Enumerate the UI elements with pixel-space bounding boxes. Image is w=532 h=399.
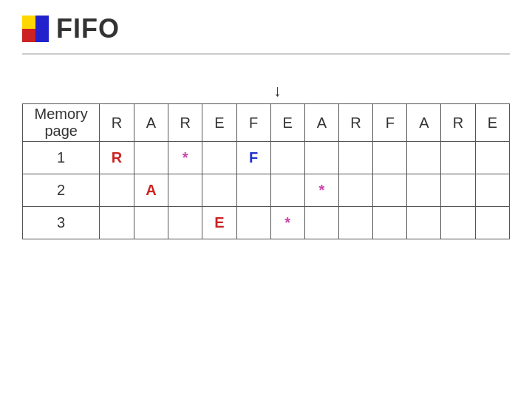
row-3-cell-0 [100, 207, 134, 239]
row-2-cell-10 [441, 174, 475, 207]
row-3-cell-11 [475, 207, 509, 239]
row-2-cell-8 [373, 174, 407, 207]
row-3-cell-5: * [270, 207, 304, 239]
row-1-cell-9 [407, 142, 441, 174]
row-1-cell-6 [304, 142, 338, 174]
row-2-cell-3 [202, 174, 236, 207]
header-col-6: A [304, 104, 338, 142]
row-2-cell-5 [270, 174, 304, 207]
table-row: 2 A * [23, 174, 510, 207]
header-col-7: R [338, 104, 372, 142]
row-1-cell-5 [270, 142, 304, 174]
logo-yellow-square [22, 16, 35, 29]
fifo-table: Memory page R A R E F E A R F A R E 1 R [22, 103, 510, 239]
row-2-cell-4 [236, 174, 270, 207]
row-1-cell-4: F [236, 142, 270, 174]
row-2-cell-11 [475, 174, 509, 207]
page-title: FIFO [56, 13, 120, 44]
row-1-cell-3 [202, 142, 236, 174]
row-2-cell-1: A [134, 174, 168, 207]
header-col-3: E [202, 104, 236, 142]
header-col-label: Memory page [23, 104, 100, 142]
row-2-cell-6: * [304, 174, 338, 207]
row-3-cell-10 [441, 207, 475, 239]
row-1-cell-11 [475, 142, 509, 174]
row-2-label: 2 [23, 174, 100, 207]
row-2-cell-9 [407, 174, 441, 207]
header-col-0: R [100, 104, 134, 142]
header-col-10: R [441, 104, 475, 142]
row-1-label: 1 [23, 142, 100, 174]
header-col-8: F [373, 104, 407, 142]
row-3-cell-8 [373, 207, 407, 239]
header-col-9: A [407, 104, 441, 142]
row-2-cell-7 [338, 174, 372, 207]
header-col-4: F [236, 104, 270, 142]
row-1-cell-7 [338, 142, 372, 174]
table-header-row: Memory page R A R E F E A R F A R E [23, 104, 510, 142]
row-3-cell-1 [134, 207, 168, 239]
header-col-11: E [475, 104, 509, 142]
row-1-cell-8 [373, 142, 407, 174]
row-3-cell-3: E [202, 207, 236, 239]
row-1-cell-10 [441, 142, 475, 174]
row-3-label: 3 [23, 207, 100, 239]
header-col-5: E [270, 104, 304, 142]
row-2-cell-2 [168, 174, 202, 207]
row-2-cell-0 [100, 174, 134, 207]
row-1-cell-1 [134, 142, 168, 174]
row-1-cell-2: * [168, 142, 202, 174]
divider [22, 53, 510, 55]
row-3-cell-9 [407, 207, 441, 239]
logo-icon [22, 16, 49, 42]
row-3-cell-2 [168, 207, 202, 239]
table-row: 3 E * [23, 207, 510, 239]
row-1-cell-0: R [100, 142, 134, 174]
arrow-down-icon: ↓ [273, 81, 282, 100]
header-col-2: R [168, 104, 202, 142]
row-3-cell-6 [304, 207, 338, 239]
logo-blue-square [35, 16, 49, 42]
table-row: 1 R * F [23, 142, 510, 174]
row-3-cell-4 [236, 207, 270, 239]
logo-red-square [22, 29, 35, 42]
row-3-cell-7 [338, 207, 372, 239]
logo-area: FIFO [22, 13, 120, 44]
header-col-1: A [134, 104, 168, 142]
